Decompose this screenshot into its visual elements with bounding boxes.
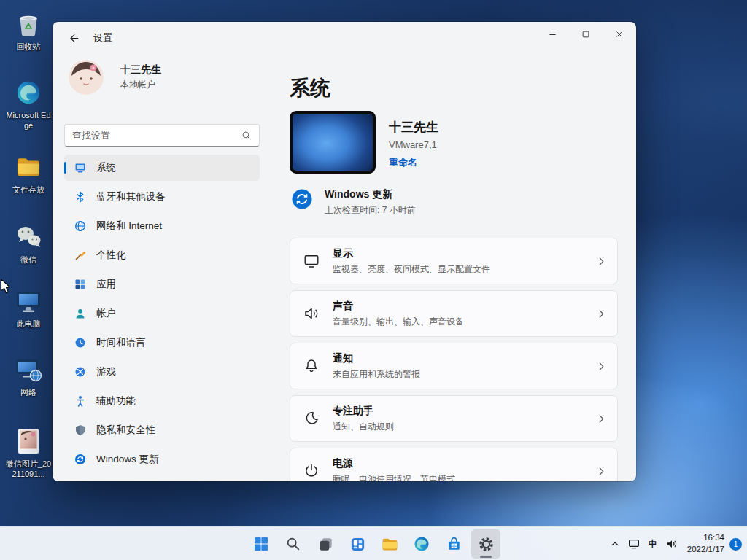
settings-search-box[interactable] <box>64 124 260 147</box>
clock-icon <box>74 337 86 349</box>
windows-update-title: Windows 更新 <box>325 188 416 201</box>
window-title: 设置 <box>93 31 112 44</box>
taskbar: 中 16:34 2022/1/17 1 <box>0 526 747 560</box>
chevron-up-icon <box>609 538 621 550</box>
widgets-button[interactable] <box>343 529 372 559</box>
nav-item-apps[interactable]: 应用 <box>64 271 260 298</box>
card-title: 电源 <box>333 457 595 470</box>
page-title: 系统 <box>290 74 330 102</box>
recycle-bin-icon <box>13 9 44 39</box>
nav-label: 隐私和安全性 <box>96 424 155 437</box>
monitor-icon <box>74 162 86 174</box>
desktop-icon-edge[interactable]: Microsoft Edge <box>4 77 53 131</box>
tray-show-hidden-icons-button[interactable] <box>605 529 624 559</box>
tray-network-button[interactable] <box>624 529 643 559</box>
nav-item-network-internet[interactable]: 网络和 Internet <box>64 213 260 239</box>
minimize-button[interactable] <box>535 22 569 47</box>
chevron-right-icon <box>595 465 607 477</box>
tray-clock[interactable]: 16:34 2022/1/17 <box>687 532 724 555</box>
rename-link[interactable]: 重命名 <box>389 156 438 169</box>
bell-icon <box>303 358 320 374</box>
nav-item-gaming[interactable]: 游戏 <box>64 359 260 385</box>
widgets-icon <box>349 536 366 553</box>
nav-item-privacy-security[interactable]: 隐私和安全性 <box>64 417 260 443</box>
desktop-icon-this-pc[interactable]: 此电脑 <box>4 286 53 329</box>
desktop-icon-label: 此电脑 <box>17 319 41 329</box>
card-sound[interactable]: 声音 音量级别、输出、输入、声音设备 <box>290 290 618 337</box>
shield-icon <box>74 424 86 436</box>
windows-update-status[interactable]: Windows 更新 上次检查时间: 7 小时前 <box>291 188 416 217</box>
accessibility-person-icon <box>74 395 86 407</box>
notification-badge[interactable]: 1 <box>729 538 742 551</box>
network-tray-icon <box>627 537 640 551</box>
desktop-icon-network[interactable]: 网络 <box>4 354 53 397</box>
user-avatar <box>69 60 104 95</box>
search-icon <box>285 536 301 552</box>
tray-ime-indicator[interactable]: 中 <box>643 529 662 559</box>
ime-mode-label: 中 <box>644 538 662 551</box>
speaker-icon <box>303 306 320 322</box>
desktop-icon-label: 网络 <box>20 387 36 397</box>
card-title: 显示 <box>333 247 595 260</box>
chevron-right-icon <box>595 360 607 372</box>
settings-nav: 系统 蓝牙和其他设备 网络和 Internet 个性化 应用 帐户 <box>64 155 260 475</box>
nav-item-bluetooth-devices[interactable]: 蓝牙和其他设备 <box>64 184 260 210</box>
nav-label: 蓝牙和其他设备 <box>96 190 166 203</box>
person-icon <box>74 308 86 319</box>
wechat-icon <box>13 222 44 252</box>
windows-logo-icon <box>252 535 270 553</box>
start-button[interactable] <box>247 529 276 559</box>
nav-item-system[interactable]: 系统 <box>64 155 260 181</box>
maximize-button[interactable] <box>569 22 603 47</box>
nav-item-time-language[interactable]: 时间和语言 <box>64 330 260 356</box>
desktop: 回收站 Microsoft Edge 文件存放 微信 此电脑 网络 <box>0 0 747 560</box>
card-display[interactable]: 显示 监视器、亮度、夜间模式、显示配置文件 <box>290 238 618 284</box>
user-profile: 十三先生 本地帐户 <box>69 60 161 95</box>
desktop-icon-folder[interactable]: 文件存放 <box>4 152 53 195</box>
taskbar-search-button[interactable] <box>279 529 308 559</box>
windows-update-last-checked: 上次检查时间: 7 小时前 <box>325 204 416 217</box>
card-subtitle: 睡眠、电池使用情况、节电模式 <box>333 473 595 482</box>
nav-label: 应用 <box>96 278 116 291</box>
user-name: 十三先生 <box>120 63 161 77</box>
file-explorer-button[interactable] <box>375 529 404 559</box>
gear-icon <box>477 535 495 553</box>
card-power[interactable]: 电源 睡眠、电池使用情况、节电模式 <box>290 448 618 481</box>
card-notifications[interactable]: 通知 来自应用和系统的警报 <box>290 343 618 389</box>
nav-item-windows-update[interactable]: Windows 更新 <box>64 446 260 472</box>
close-button[interactable] <box>603 22 636 47</box>
task-view-button[interactable] <box>311 529 340 559</box>
device-name: 十三先生 <box>389 119 438 136</box>
tray-date: 2022/1/17 <box>687 544 724 556</box>
globe-icon <box>74 220 86 232</box>
card-title: 声音 <box>333 300 595 313</box>
store-icon <box>446 536 462 553</box>
settings-window: 设置 十三先生 本地帐户 系统 <box>53 22 636 481</box>
tray-volume-button[interactable] <box>662 529 681 559</box>
chevron-right-icon <box>595 413 607 424</box>
nav-label: 系统 <box>96 161 116 174</box>
card-subtitle: 来自应用和系统的警报 <box>333 368 595 381</box>
desktop-icon-wechat[interactable]: 微信 <box>4 222 53 265</box>
device-wallpaper-thumbnail <box>290 111 376 174</box>
nav-item-accounts[interactable]: 帐户 <box>64 300 260 327</box>
card-focus-assist[interactable]: 专注助手 通知、自动规则 <box>290 395 618 442</box>
bluetooth-icon <box>74 191 86 203</box>
chevron-right-icon <box>595 255 607 267</box>
desktop-icon-label: 回收站 <box>17 42 41 52</box>
edge-button[interactable] <box>407 529 436 559</box>
search-icon <box>241 131 252 141</box>
display-monitor-icon <box>303 253 320 269</box>
device-header: 十三先生 VMware7,1 重命名 <box>290 111 438 174</box>
settings-taskbar-button[interactable] <box>471 529 500 559</box>
back-button[interactable] <box>61 27 86 49</box>
nav-item-accessibility[interactable]: 辅助功能 <box>64 388 260 414</box>
store-button[interactable] <box>439 529 468 559</box>
image-file-icon <box>13 426 44 456</box>
nav-item-personalization[interactable]: 个性化 <box>64 242 260 268</box>
search-input[interactable] <box>72 130 241 141</box>
power-icon <box>303 463 320 479</box>
card-title: 通知 <box>333 352 595 365</box>
desktop-icon-recycle-bin[interactable]: 回收站 <box>4 9 53 52</box>
desktop-icon-wechat-image[interactable]: 微信图片_20211091... <box>4 426 53 480</box>
